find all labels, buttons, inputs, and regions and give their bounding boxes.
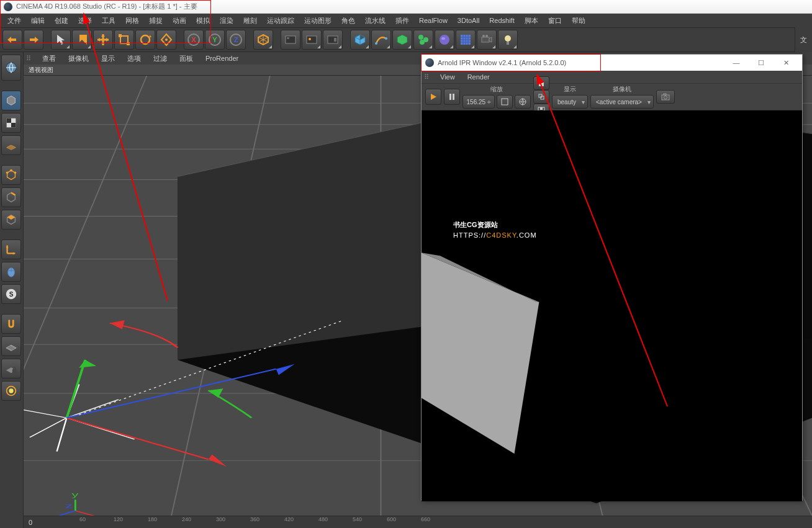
menu-渲染[interactable]: 渲染 [215, 15, 238, 27]
workplane-grid-button[interactable] [1, 336, 21, 356]
svg-point-3 [141, 35, 150, 44]
lock-region-button[interactable] [533, 76, 549, 90]
menu-3DtoAll[interactable]: 3DtoAll [453, 16, 484, 25]
menu-Redshift[interactable]: Redshift [484, 16, 519, 25]
svg-rect-28 [507, 42, 509, 45]
magnet-button[interactable] [1, 314, 21, 334]
menu-编辑[interactable]: 编辑 [26, 15, 50, 27]
lock-button[interactable] [1, 359, 21, 378]
titlebar: CINEMA 4D R19.068 Studio (RC - R19) - [未… [0, 0, 812, 14]
arnold-render-view[interactable] [422, 110, 802, 501]
menu-脚本[interactable]: 脚本 [520, 15, 543, 27]
select-tool[interactable] [51, 30, 71, 50]
snapshot-button[interactable] [656, 90, 675, 104]
snap-s-button[interactable]: S [1, 284, 21, 304]
timeline-tickbar: 60120180240300360420480540600660 [48, 516, 812, 528]
maximize-button[interactable]: ☐ [749, 56, 774, 69]
svg-line-69 [24, 407, 66, 418]
axis-tool-button[interactable] [1, 239, 21, 259]
scale-tool[interactable] [114, 30, 134, 50]
zoom-fit-button[interactable] [497, 95, 513, 109]
arnold-menu-View[interactable]: View [434, 72, 461, 82]
menu-运动跟踪[interactable]: 运动跟踪 [262, 15, 299, 27]
vp-menu-摄像机[interactable]: 摄像机 [62, 53, 95, 65]
svg-text:Y: Y [212, 36, 217, 43]
menu-动画[interactable]: 动画 [168, 15, 191, 27]
menu-运动图形[interactable]: 运动图形 [299, 15, 336, 27]
menu-窗口[interactable]: 窗口 [543, 15, 567, 27]
vp-menu-面板[interactable]: 面板 [173, 53, 199, 65]
workplane-button[interactable] [1, 135, 21, 155]
vp-menu-显示[interactable]: 显示 [95, 53, 121, 65]
display-select[interactable]: beauty [552, 95, 588, 109]
point-mode-button[interactable] [1, 165, 21, 185]
axis-x-button[interactable]: X [184, 30, 204, 50]
globe-button[interactable] [1, 55, 21, 81]
menu-工具[interactable]: 工具 [97, 15, 120, 27]
menu-帮助[interactable]: 帮助 [567, 15, 590, 27]
vp-menu-过滤[interactable]: 过滤 [147, 53, 173, 65]
edge-mode-button[interactable] [1, 187, 21, 207]
svg-line-84 [75, 511, 97, 516]
rotate-tool[interactable] [135, 30, 155, 50]
svg-point-17 [385, 37, 387, 40]
model-mode-button[interactable] [1, 91, 21, 110]
soft-select-button[interactable] [1, 381, 21, 401]
menu-选择[interactable]: 选择 [73, 15, 97, 27]
crop-button[interactable] [533, 90, 549, 104]
menu-RealFlow[interactable]: RealFlow [414, 16, 453, 25]
zoom-globe-button[interactable] [515, 95, 531, 109]
svg-rect-11 [286, 36, 295, 43]
menu-网格[interactable]: 网格 [120, 15, 144, 27]
menu-文件[interactable]: 文件 [2, 15, 26, 27]
cube-primitive-button[interactable] [350, 30, 370, 50]
camera-select[interactable]: <active camera> [590, 95, 654, 109]
timeline[interactable]: 0 60120180240300360420480540600660 [24, 516, 812, 528]
move-tool[interactable] [93, 30, 113, 50]
arnold-titlebar[interactable]: Arnold IPR Window v2.4.1 (Arnold 5.2.0.0… [422, 55, 802, 71]
axis-z-button[interactable]: Z [226, 30, 246, 50]
spline-button[interactable] [371, 30, 391, 50]
render-picture-button[interactable] [302, 30, 322, 50]
texture-mode-button[interactable] [1, 113, 21, 133]
arnold-title: Arnold IPR Window v2.4.1 (Arnold 5.2.0.0… [438, 59, 566, 66]
close-button[interactable]: ✕ [774, 56, 798, 69]
vp-menu-查看[interactable]: 查看 [36, 53, 62, 65]
field-button[interactable] [456, 30, 476, 50]
minimize-button[interactable]: — [724, 56, 749, 69]
render-view-button[interactable] [281, 30, 300, 50]
render-settings-button[interactable] [323, 30, 343, 50]
place-tool[interactable] [156, 30, 176, 50]
arnold-menu-Render[interactable]: Render [461, 72, 496, 82]
zoom-value[interactable]: 156.25 ÷ [462, 95, 495, 109]
svg-point-25 [482, 35, 485, 37]
vp-menu-选项[interactable]: 选项 [121, 53, 147, 65]
sphere-button[interactable] [435, 30, 454, 50]
vp-menu-ProRender[interactable]: ProRender [199, 53, 245, 63]
light-button[interactable] [498, 30, 518, 50]
svg-rect-31 [7, 119, 11, 123]
mouse-tool-button[interactable] [1, 262, 21, 282]
menu-创建[interactable]: 创建 [50, 15, 73, 27]
generator-button[interactable] [392, 30, 412, 50]
arnold-window[interactable]: Arnold IPR Window v2.4.1 (Arnold 5.2.0.0… [421, 54, 803, 501]
menu-流水线[interactable]: 流水线 [360, 15, 390, 27]
pause-button[interactable] [444, 89, 460, 105]
play-button[interactable] [425, 89, 441, 105]
menu-角色[interactable]: 角色 [336, 15, 360, 27]
svg-point-18 [418, 35, 423, 40]
camera-button[interactable] [477, 30, 497, 50]
redo-button[interactable] [24, 30, 43, 50]
right-side-tab[interactable]: 文 [795, 27, 812, 52]
grip-icon: ⠿ [26, 55, 32, 63]
polygon-mode-button[interactable] [1, 210, 21, 230]
axis-y-button[interactable]: Y [205, 30, 225, 50]
menu-捕捉[interactable]: 捕捉 [144, 15, 168, 27]
undo-button[interactable] [2, 30, 22, 50]
menu-模拟[interactable]: 模拟 [191, 15, 215, 27]
menu-雕刻[interactable]: 雕刻 [238, 15, 262, 27]
deformer-button[interactable] [413, 30, 433, 50]
menu-插件[interactable]: 插件 [390, 15, 414, 27]
lasso-tool[interactable] [72, 30, 92, 50]
coord-system-button[interactable] [253, 30, 273, 50]
